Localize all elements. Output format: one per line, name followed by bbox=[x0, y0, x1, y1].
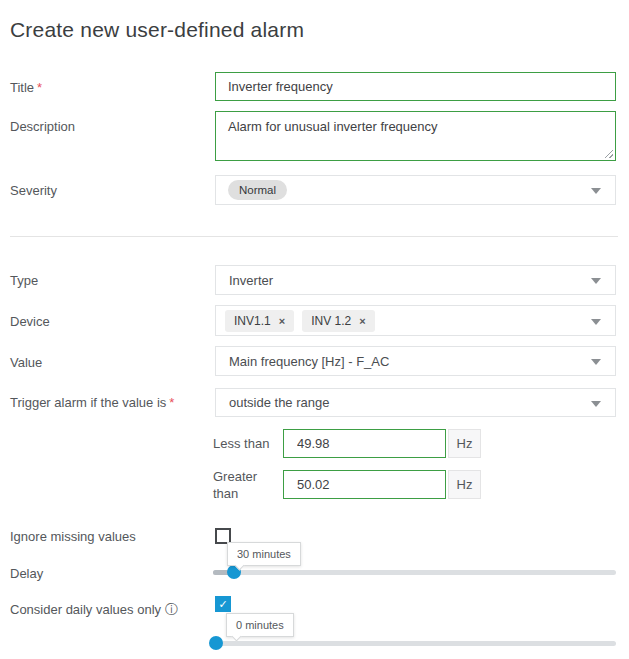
daily-tooltip-text: 0 minutes bbox=[236, 619, 284, 631]
device-chip: INV1.1 × bbox=[225, 310, 294, 332]
daily-slider[interactable] bbox=[213, 641, 616, 646]
less-than-label: Less than bbox=[213, 436, 269, 451]
device-label: Device bbox=[10, 314, 50, 329]
description-label: Description bbox=[10, 119, 75, 134]
required-asterisk: * bbox=[37, 80, 42, 95]
delay-tooltip-text: 30 minutes bbox=[237, 548, 291, 560]
chevron-down-icon bbox=[591, 319, 601, 325]
delay-value-tooltip: 30 minutes bbox=[227, 542, 301, 566]
greater-than-input[interactable] bbox=[283, 470, 446, 499]
tooltip-arrow-icon bbox=[232, 632, 242, 642]
type-selected-value: Inverter bbox=[229, 273, 273, 288]
severity-badge: Normal bbox=[228, 180, 287, 200]
value-selected-value: Main frequency [Hz] - F_AC bbox=[229, 354, 389, 369]
device-chip-label: INV1.1 bbox=[234, 315, 271, 327]
trigger-selected-value: outside the range bbox=[229, 395, 329, 410]
trigger-label: Trigger alarm if the value is* bbox=[10, 395, 174, 410]
delay-label: Delay bbox=[10, 566, 43, 581]
title-input[interactable] bbox=[215, 72, 616, 101]
required-asterisk: * bbox=[169, 395, 174, 410]
chevron-down-icon bbox=[591, 188, 601, 194]
create-alarm-form: Create new user-defined alarm Title* Des… bbox=[0, 0, 629, 659]
device-chip: INV 1.2 × bbox=[302, 310, 374, 332]
greater-than-label: Greater than bbox=[213, 468, 268, 502]
daily-only-label: Consider daily values onlyⓘ bbox=[10, 601, 178, 619]
type-label: Type bbox=[10, 273, 38, 288]
chevron-down-icon bbox=[591, 359, 601, 365]
device-chip-label: INV 1.2 bbox=[311, 315, 351, 327]
daily-slider-thumb[interactable] bbox=[209, 636, 223, 650]
section-divider bbox=[10, 236, 618, 237]
severity-label: Severity bbox=[10, 183, 57, 198]
delay-slider[interactable] bbox=[213, 570, 616, 575]
remove-chip-icon[interactable]: × bbox=[279, 315, 285, 327]
daily-only-checkbox[interactable]: ✓ bbox=[215, 596, 231, 612]
remove-chip-icon[interactable]: × bbox=[359, 315, 365, 327]
less-than-unit: Hz bbox=[448, 429, 481, 458]
ignore-missing-label: Ignore missing values bbox=[10, 529, 136, 544]
value-select[interactable]: Main frequency [Hz] - F_AC bbox=[215, 346, 616, 376]
less-than-input[interactable] bbox=[283, 429, 446, 458]
checkmark-icon: ✓ bbox=[218, 599, 227, 610]
trigger-condition-select[interactable]: outside the range bbox=[215, 388, 616, 417]
type-select[interactable]: Inverter bbox=[215, 265, 616, 295]
title-label-text: Title bbox=[10, 80, 34, 95]
chevron-down-icon bbox=[591, 278, 601, 284]
title-label: Title* bbox=[10, 80, 42, 95]
daily-value-tooltip: 0 minutes bbox=[226, 613, 294, 637]
greater-than-unit: Hz bbox=[448, 470, 481, 499]
severity-select[interactable]: Normal bbox=[215, 175, 616, 205]
trigger-label-text: Trigger alarm if the value is bbox=[10, 395, 166, 410]
chevron-down-icon bbox=[591, 401, 601, 407]
page-title: Create new user-defined alarm bbox=[10, 18, 304, 42]
daily-only-label-text: Consider daily values only bbox=[10, 602, 161, 617]
value-label: Value bbox=[10, 355, 42, 370]
device-select[interactable]: INV1.1 × INV 1.2 × bbox=[215, 305, 616, 336]
description-textarea[interactable]: Alarm for unusual inverter frequency bbox=[215, 111, 616, 161]
info-icon[interactable]: ⓘ bbox=[165, 602, 178, 617]
